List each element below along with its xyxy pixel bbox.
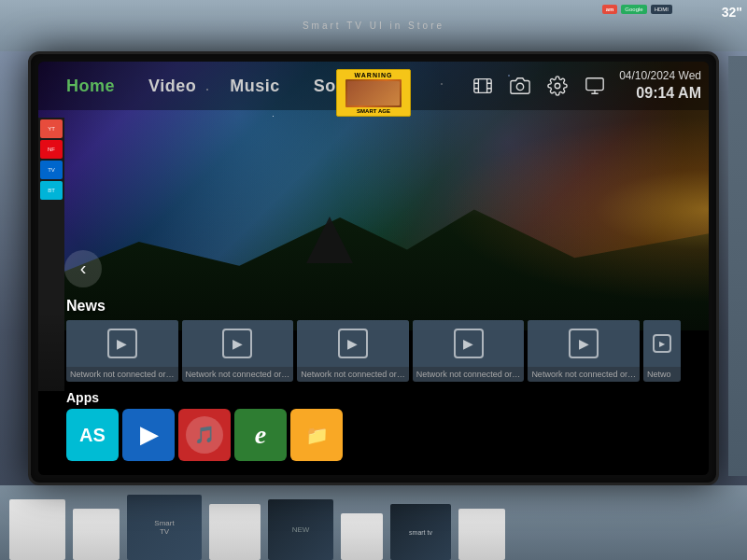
right-glow <box>441 116 709 304</box>
svg-rect-0 <box>474 79 491 93</box>
play-button-2[interactable]: ▶ <box>222 329 252 358</box>
news-label-2: Network not connected or netw <box>182 367 294 382</box>
news-card-2[interactable]: ▶ Network not connected or netw <box>182 320 294 382</box>
nav-music[interactable]: Music <box>213 69 297 104</box>
store-shelf-bottom: SmartTV NEW smart tv <box>0 485 747 560</box>
warning-image <box>345 79 402 107</box>
product-box-1: NEW <box>268 499 333 560</box>
tv-screen: YT NF TV BT Home Video Music Source WARN… <box>38 62 709 475</box>
app-icon-as[interactable]: AS <box>66 409 119 461</box>
time-label: 09:14 AM <box>636 84 701 104</box>
warning-subtitle: SMART AGE <box>357 108 390 114</box>
play-button-1[interactable]: ▶ <box>107 329 137 358</box>
app-icon-files[interactable]: 📁 <box>290 409 343 461</box>
shelf-box-3 <box>209 504 261 560</box>
apps-section: Apps AS ▶ 🎵 e 📁 <box>38 386 709 475</box>
shelf-box-4 <box>341 513 383 560</box>
warning-badge: WARNING SMART AGE <box>336 69 411 117</box>
store-shelf-top: Smart TV UI in Store am Google HDMI 32" <box>0 0 747 51</box>
news-section: News ▶ Network not connected or netw ▶ N… <box>38 298 709 382</box>
app-label-as: AS <box>79 425 106 446</box>
app-icon-browser[interactable]: e <box>234 409 287 461</box>
news-card-4[interactable]: ▶ Network not connected or netw <box>413 320 525 382</box>
shelf-box-5 <box>458 509 505 560</box>
news-thumb-5: ▶ <box>528 320 640 367</box>
apps-grid: AS ▶ 🎵 e 📁 <box>38 409 709 461</box>
app-label-play: ▶ <box>140 422 157 448</box>
svg-rect-9 <box>586 78 603 91</box>
app-label-browser: e <box>255 420 266 450</box>
app-icon-music[interactable]: 🎵 <box>178 409 231 461</box>
news-label-4: Network not connected or netw <box>413 367 525 382</box>
nav-video[interactable]: Video <box>132 69 213 104</box>
news-card-1[interactable]: ▶ Network not connected or netw <box>66 320 178 382</box>
news-thumb-2: ▶ <box>182 320 294 367</box>
back-button[interactable]: ‹ <box>64 250 102 287</box>
smart-tv-box: SmartTV <box>127 495 202 560</box>
news-card-5[interactable]: ▶ Network not connected or netw <box>528 320 640 382</box>
film-icon[interactable] <box>470 73 496 99</box>
music-app-circle: 🎵 <box>186 416 223 454</box>
news-thumb-4: ▶ <box>413 320 525 367</box>
warning-title: WARNING <box>355 72 393 78</box>
play-button-3[interactable]: ▶ <box>338 329 368 358</box>
apps-section-title: Apps <box>38 386 709 409</box>
svg-point-7 <box>516 83 523 90</box>
shelf-box-2 <box>73 509 120 560</box>
news-thumb-6: ▶ <box>643 320 681 367</box>
sidebar-icon-4: BT <box>40 181 63 200</box>
date-label: 04/10/2024 Wed <box>619 69 701 84</box>
news-section-title: News <box>38 298 709 320</box>
datetime-display: 04/10/2024 Wed 09:14 AM <box>619 69 701 103</box>
news-label-6: Netwo <box>643 367 681 382</box>
top-navigation: Home Video Music Source WARNING SMART AG… <box>38 62 709 110</box>
scene-background: Smart TV UI in Store am Google HDMI 32" … <box>0 0 747 560</box>
play-button-5[interactable]: ▶ <box>569 329 599 358</box>
play-button-4[interactable]: ▶ <box>454 329 484 358</box>
svg-point-8 <box>555 83 560 89</box>
news-label-5: Network not connected or netw <box>528 367 640 382</box>
sidebar-icon-1: YT <box>40 119 63 138</box>
news-card-6[interactable]: ▶ Netwo <box>643 320 681 382</box>
shelf-box-1 <box>9 499 65 560</box>
news-card-3[interactable]: ▶ Network not connected or netw <box>297 320 409 382</box>
news-thumb-3: ▶ <box>297 320 409 367</box>
smart-tv-label-box: smart tv <box>390 504 451 560</box>
app-label-files: 📁 <box>305 424 329 446</box>
sidebar-icon-3: TV <box>40 161 63 179</box>
news-label-3: Network not connected or netw <box>297 367 409 382</box>
display-icon[interactable] <box>582 73 608 99</box>
news-label-1: Network not connected or netw <box>66 367 178 382</box>
nav-home[interactable]: Home <box>49 69 132 104</box>
news-thumb-1: ▶ <box>66 320 178 367</box>
sidebar-icon-2: NF <box>40 140 63 159</box>
camera-icon[interactable] <box>507 73 533 99</box>
right-edge-decor <box>728 56 747 476</box>
play-button-6[interactable]: ▶ <box>653 334 671 353</box>
app-icon-play[interactable]: ▶ <box>122 409 175 461</box>
top-right-icons: 04/10/2024 Wed 09:14 AM <box>470 69 701 103</box>
settings-icon[interactable] <box>544 73 571 99</box>
tv-frame: YT NF TV BT Home Video Music Source WARN… <box>28 51 719 485</box>
news-grid: ▶ Network not connected or netw ▶ Networ… <box>38 320 709 382</box>
ultra-surround-label: Smart TV UI in Store <box>303 21 444 31</box>
